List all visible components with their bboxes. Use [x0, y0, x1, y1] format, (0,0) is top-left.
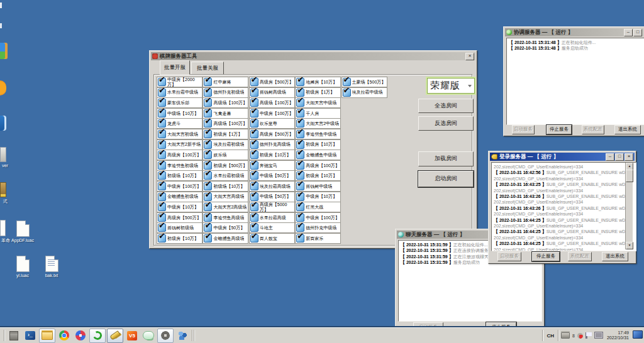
room-item[interactable]: 中级房【2000万】 — [157, 77, 203, 87]
room-item[interactable]: 水果拉霸中级场 — [157, 87, 203, 98]
room-item[interactable]: 初级房【1万】 — [295, 87, 341, 98]
room-item[interactable]: 百人骰宝 — [249, 233, 295, 244]
checkbox-checked-icon[interactable] — [204, 161, 212, 170]
room-item[interactable]: 德州扑克初级场 — [203, 87, 248, 98]
close-icon[interactable] — [625, 153, 633, 161]
room-item[interactable]: 奔驰宝马 — [249, 160, 295, 171]
room-item[interactable]: 高级房【100万】 — [157, 150, 203, 160]
room-item[interactable]: 斗地主 — [249, 222, 295, 233]
room-item[interactable]: 中级房【50万】 — [203, 222, 248, 233]
invert-selection-button[interactable]: 反选房间 — [418, 116, 474, 131]
coordination-window-titlebar[interactable]: 协调服务器 — 【 运行 】 — [505, 28, 643, 36]
checkbox-checked-icon[interactable] — [296, 172, 304, 180]
room-item[interactable]: 摇钱树中级场 — [295, 181, 341, 192]
room-item[interactable]: 初级房【1万】 — [203, 129, 248, 139]
room-item[interactable]: 金蟾捕鱼初级场 — [157, 192, 203, 202]
room-item[interactable]: 地摊房【10万】 — [295, 77, 341, 87]
desktop-icon-bak[interactable]: bak.txt — [35, 256, 68, 278]
room-item[interactable]: 娱乐场 — [203, 150, 248, 160]
checkbox-checked-icon[interactable] — [204, 119, 212, 128]
checkbox-checked-icon[interactable] — [204, 182, 212, 190]
exit-system-button[interactable]: 退出系统 — [614, 125, 641, 134]
room-item[interactable]: 千人房 — [295, 108, 341, 119]
maximize-icon[interactable] — [633, 29, 642, 36]
room-item[interactable]: 水果拉霸初级场 — [203, 170, 248, 181]
checkbox-checked-icon[interactable] — [158, 224, 166, 232]
checkbox-checked-icon[interactable] — [296, 214, 304, 222]
checkbox-checked-icon[interactable] — [296, 203, 304, 211]
checkbox-checked-icon[interactable] — [250, 141, 258, 149]
checkbox-checked-icon[interactable] — [158, 193, 166, 201]
room-item[interactable]: 初级房【500万】 — [203, 160, 248, 171]
room-item[interactable]: 中级房【100万】 — [249, 108, 295, 119]
checkbox-checked-icon[interactable] — [204, 193, 212, 201]
server-icon[interactable] — [8, 330, 20, 341]
room-item[interactable]: 金蟾捕鱼高级场 — [203, 233, 248, 244]
stop-service-button[interactable]: 停止服务 — [547, 125, 572, 134]
room-item[interactable]: 欢乐至尊 — [249, 118, 295, 129]
tray-glyph[interactable]: 8 — [572, 334, 575, 338]
scrollbar[interactable]: ▲ ▼ — [625, 163, 633, 249]
checkbox-checked-icon[interactable] — [158, 214, 166, 222]
checkbox-checked-icon[interactable] — [296, 78, 304, 86]
mute-icon[interactable] — [577, 330, 583, 341]
exit-system-button[interactable]: 退出系统 — [602, 252, 628, 261]
room-item[interactable]: 德州扑克中级场 — [295, 222, 341, 233]
v5-icon[interactable]: V5 — [126, 330, 138, 341]
checkbox-checked-icon[interactable] — [158, 130, 166, 138]
network-users-icon[interactable] — [176, 330, 189, 341]
room-item[interactable]: 大闹天宫2高级场 — [203, 202, 248, 212]
minimize-icon[interactable] — [606, 153, 614, 161]
checkbox-checked-icon[interactable] — [250, 130, 258, 138]
room-item[interactable]: 新百家乐 — [295, 233, 341, 244]
room-item[interactable]: 初级房【10万】 — [157, 233, 203, 244]
room-item[interactable]: 初级房【10万】 — [295, 139, 341, 150]
room-item[interactable]: 李逵劈鱼中级场 — [295, 129, 341, 139]
checkbox-checked-icon[interactable] — [204, 109, 212, 117]
desktop-icon-appdf[interactable]: AppDF.luac — [6, 220, 39, 242]
maximize-icon[interactable] — [615, 153, 624, 161]
room-item[interactable]: 高级房【500万】 — [157, 212, 203, 223]
stop-service-button[interactable]: 停止服务 — [532, 252, 560, 261]
room-item[interactable]: 土豪场【500万】 — [341, 77, 387, 87]
checkbox-checked-icon[interactable] — [158, 161, 166, 170]
room-item[interactable]: 高级房【500万】 — [249, 77, 295, 87]
room-item[interactable]: 红黑大战 — [295, 202, 341, 212]
checkbox-checked-icon[interactable] — [250, 89, 258, 97]
checkbox-checked-icon[interactable] — [250, 203, 258, 211]
room-item[interactable]: 大闹天宫高级场 — [203, 192, 248, 202]
checkbox-checked-icon[interactable] — [343, 89, 351, 97]
checkbox-checked-icon[interactable] — [204, 172, 212, 180]
checkbox-checked-icon[interactable] — [250, 214, 258, 222]
explorer-icon[interactable] — [39, 329, 55, 343]
checkbox-checked-icon[interactable] — [158, 99, 166, 107]
checkbox-checked-icon[interactable] — [250, 151, 258, 159]
checkbox-checked-icon[interactable] — [158, 119, 166, 128]
checkbox-checked-icon[interactable] — [296, 130, 304, 138]
checkbox-checked-icon[interactable] — [296, 151, 304, 159]
room-item[interactable]: 中级房【10万】 — [157, 202, 203, 212]
checkbox-checked-icon[interactable] — [250, 119, 258, 128]
room-item[interactable]: 摇钱树初级场 — [157, 222, 203, 233]
checkbox-checked-icon[interactable] — [204, 130, 212, 138]
checkbox-checked-icon[interactable] — [158, 172, 166, 180]
room-item[interactable]: 初级房【10万】 — [295, 170, 341, 181]
checkbox-checked-icon[interactable] — [250, 193, 258, 201]
checkbox-checked-icon[interactable] — [296, 109, 304, 117]
desktop-icon-partial[interactable]: 式 — [0, 182, 10, 205]
checkbox-checked-icon[interactable] — [204, 78, 212, 86]
room-item[interactable]: 埃及拉霸中级场 — [341, 87, 387, 98]
minimize-icon[interactable] — [624, 29, 633, 36]
game-hub-icon[interactable] — [74, 330, 87, 341]
browser-icon-partial[interactable] — [0, 80, 6, 95]
room-item[interactable]: 飞禽走兽 — [203, 108, 248, 119]
network-icon[interactable] — [594, 330, 603, 341]
chat-bubble-icon[interactable] — [142, 330, 155, 341]
scrollbar-thumb[interactable] — [626, 170, 633, 182]
desktop-icon-partial[interactable]: ver — [0, 147, 10, 168]
login-window-titlebar[interactable]: 登录服务器 — 【 运行 】 — [490, 153, 635, 161]
select-all-rooms-button[interactable]: 全选房间 — [418, 99, 474, 113]
room-item[interactable]: 高级场【100万】 — [249, 97, 295, 108]
checkbox-checked-icon[interactable] — [343, 78, 351, 86]
tool-window-titlebar[interactable]: 棋牌服务器工具 — [151, 52, 475, 60]
